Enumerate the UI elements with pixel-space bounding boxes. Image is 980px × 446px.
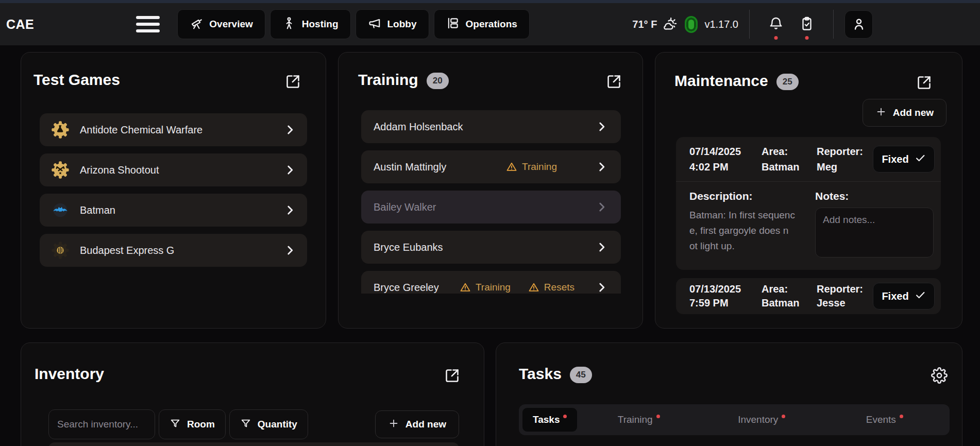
description-line: Batman: In first sequenc	[689, 208, 815, 223]
tab-training[interactable]: Training	[577, 414, 700, 425]
tasks-card: Tasks 45 Tasks Training	[496, 342, 962, 446]
entry-time: 7:59 PM	[689, 296, 762, 310]
trainee-row[interactable]: Austin Mattingly Training	[361, 150, 621, 183]
warning-label: Training	[522, 161, 557, 173]
maintenance-card: Maintenance 25 Add new	[655, 52, 962, 329]
tab-tasks[interactable]: Tasks	[522, 408, 577, 432]
game-item-batman[interactable]: Batman	[40, 194, 307, 227]
test-games-title: Test Games	[33, 71, 120, 89]
chevron-right-icon	[283, 203, 297, 217]
top-navbar: CAE Overview Hosting	[0, 3, 980, 45]
chevron-right-icon	[595, 200, 609, 214]
description-line: e, first gargoyle does n	[689, 223, 815, 238]
test-games-card: Test Games	[21, 52, 326, 329]
tasks-count-badge: 45	[570, 367, 592, 383]
maintenance-entry: 07/14/2025 4:02 PM Area: Batman Reporter…	[676, 137, 941, 270]
reporter-value: Meg	[817, 159, 873, 175]
trainee-row[interactable]: Bryce Greeley Training Resets	[361, 271, 621, 294]
entry-description: Description: Batman: In first sequenc e,…	[689, 190, 815, 260]
nav-lobby-button[interactable]: Lobby	[356, 9, 429, 39]
warning-icon	[528, 282, 539, 293]
area-label: Area:	[762, 282, 817, 296]
maintenance-entry: 07/13/2025 7:59 PM Area: Batman Reporter…	[676, 278, 941, 314]
maintenance-entry-header: 07/13/2025 7:59 PM Area: Batman Reporter…	[676, 278, 941, 314]
hamburger-bar	[136, 23, 160, 26]
nav-hosting-button[interactable]: Hosting	[270, 9, 351, 39]
description-line: ot light up.	[689, 238, 815, 254]
status-indicator-pill	[685, 16, 698, 33]
game-item-label: Batman	[80, 204, 115, 216]
nav-label: Lobby	[387, 19, 417, 30]
user-account-button[interactable]	[844, 10, 873, 39]
quantity-filter-button[interactable]: Quantity	[229, 409, 308, 439]
area-value: Batman	[762, 159, 817, 175]
nav-operations-button[interactable]: Operations	[434, 9, 530, 39]
training-header: Training 20	[339, 53, 643, 90]
search-input[interactable]	[48, 409, 155, 439]
area-value: Batman	[762, 296, 817, 310]
filter-funnel-icon	[170, 418, 181, 432]
add-new-label: Add new	[405, 419, 446, 430]
add-new-button[interactable]: Add new	[375, 410, 459, 438]
entry-date: 07/14/2025	[689, 144, 762, 159]
chevron-right-icon	[595, 281, 609, 294]
hamburger-menu-button[interactable]	[136, 16, 160, 32]
primary-nav: Overview Hosting Lobby	[177, 9, 530, 39]
tab-label: Training	[618, 414, 653, 425]
filter-label: Quantity	[258, 419, 297, 430]
inventory-list-row-partial	[48, 442, 459, 446]
reporter-value: Jesse	[817, 296, 873, 310]
game-item-arizona[interactable]: Arizona Shootout	[40, 153, 307, 186]
external-link-icon[interactable]	[606, 74, 622, 90]
tab-alert-dot	[656, 415, 660, 418]
tab-alert-dot	[782, 415, 785, 418]
external-link-icon[interactable]	[444, 368, 460, 384]
cards-row-bottom: Inventory Room	[21, 342, 980, 446]
add-new-button[interactable]: Add new	[863, 99, 947, 127]
chevron-right-icon	[595, 160, 609, 174]
training-count-badge: 20	[427, 73, 449, 89]
clipboard-check-icon	[799, 16, 815, 33]
cards-row-top: Test Games	[21, 52, 980, 329]
navbar-right-cluster: 71° F v1.17.0	[632, 10, 873, 39]
tab-events[interactable]: Events	[823, 414, 947, 425]
room-filter-button[interactable]: Room	[159, 409, 226, 439]
fixed-label: Fixed	[882, 290, 908, 302]
dashboard-main: Test Games	[0, 52, 980, 446]
add-new-label: Add new	[893, 107, 934, 118]
bat-icon	[50, 200, 71, 220]
description-label: Description:	[689, 190, 815, 202]
warning-group: Training	[506, 161, 557, 173]
fixed-button[interactable]: Fixed	[873, 283, 935, 310]
warning-icon	[460, 282, 471, 293]
notifications-bell-button[interactable]	[768, 16, 784, 33]
external-link-icon[interactable]	[916, 75, 932, 91]
tasks-clipboard-button[interactable]	[799, 16, 815, 33]
app-logo: CAE	[6, 17, 34, 32]
plus-icon	[388, 418, 399, 432]
trainee-row-disabled[interactable]: Bailey Walker	[361, 191, 621, 224]
gear-crest-icon	[50, 240, 71, 261]
game-item-label: Budapest Express G	[80, 245, 174, 256]
gear-flask-icon	[50, 119, 71, 140]
clipboard-alert-dot	[805, 36, 809, 40]
megaphone-icon	[368, 16, 381, 32]
inventory-title: Inventory	[35, 365, 104, 383]
entry-reporter: Reporter: Jesse	[817, 282, 873, 310]
game-item-budapest[interactable]: Budapest Express G	[40, 234, 307, 267]
maintenance-header: Maintenance 25	[655, 53, 962, 91]
maintenance-entries: 07/14/2025 4:02 PM Area: Batman Reporter…	[676, 137, 941, 314]
filter-label: Room	[187, 419, 215, 430]
trainee-name: Addam Holsenback	[374, 121, 463, 133]
trainee-row[interactable]: Bryce Eubanks	[361, 231, 621, 264]
fixed-button[interactable]: Fixed	[873, 146, 935, 173]
tab-inventory[interactable]: Inventory	[700, 414, 823, 425]
game-item-antidote[interactable]: Antidote Chemical Warfare	[40, 113, 307, 146]
external-link-icon[interactable]	[285, 74, 301, 90]
notes-textarea[interactable]	[815, 208, 934, 258]
trainee-row[interactable]: Addam Holsenback	[361, 110, 621, 143]
nav-overview-button[interactable]: Overview	[177, 9, 265, 39]
reporter-label: Reporter:	[817, 282, 873, 296]
reporter-label: Reporter:	[817, 144, 873, 159]
gear-icon[interactable]	[931, 367, 948, 384]
